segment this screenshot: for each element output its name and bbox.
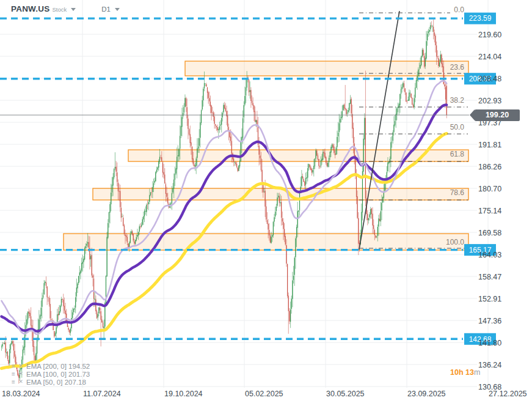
countdown-unit: m xyxy=(474,368,480,377)
price-tick-label: 147.36 xyxy=(478,317,501,325)
fib-level-label: 100.0 xyxy=(446,238,464,246)
indicator-settings-icon[interactable]: ≡ xyxy=(10,379,17,385)
fib-level-label: 0.0 xyxy=(454,6,464,14)
price-tick-label: 219.60 xyxy=(478,31,501,39)
ema-50-label: EMA [50, 0] 207.18 xyxy=(26,379,86,386)
ema-legend-row: ≡✕ EMA [50, 0] 207.18 xyxy=(10,378,90,386)
chart-header: PANW.US Stock D1 xyxy=(11,4,120,13)
chart-canvas[interactable]: 0.023.638.250.061.878.6100.0223.59208.37… xyxy=(0,0,532,403)
instrument-type-label: Stock xyxy=(52,6,67,13)
date-label: 30.05.2025 xyxy=(326,390,365,398)
ema-lines xyxy=(2,81,447,368)
price-tick-label: 214.04 xyxy=(478,53,501,61)
current-price-badge: 199.20 xyxy=(475,109,520,121)
fib-level-label: 23.6 xyxy=(450,63,465,72)
time-axis[interactable]: 18.03.202411.07.202419.10.202405.02.2025… xyxy=(2,390,527,398)
price-tick-label: 169.58 xyxy=(478,229,501,237)
chevron-down-icon[interactable] xyxy=(71,8,76,11)
price-level-badge-label: 223.59 xyxy=(469,14,492,23)
fib-level-label: 50.0 xyxy=(450,123,465,131)
indicator-settings-icon[interactable]: ≡ xyxy=(10,371,17,377)
price-tick-label: 141.80 xyxy=(478,339,501,347)
price-tick-label: 136.24 xyxy=(478,361,501,369)
countdown-value: 10h 13 xyxy=(450,368,474,377)
chevron-down-icon[interactable] xyxy=(115,8,120,11)
date-label: 19.10.2024 xyxy=(164,390,203,398)
fib-level-label: 38.2 xyxy=(450,96,465,105)
price-tick-label: 208.48 xyxy=(478,75,501,83)
current-price-value: 199.20 xyxy=(486,111,509,119)
indicator-remove-icon[interactable]: ✕ xyxy=(17,363,24,369)
price-tick-label: 175.14 xyxy=(478,207,501,215)
price-tick-label: 158.47 xyxy=(478,273,501,281)
indicator-remove-icon[interactable]: ✕ xyxy=(17,371,24,377)
price-tick-label: 191.81 xyxy=(478,141,501,149)
price-tick-label: 202.93 xyxy=(478,97,501,105)
indicator-remove-icon[interactable]: ✕ xyxy=(17,379,24,385)
price-tick-label: 164.03 xyxy=(478,251,501,259)
price-tick-label: 152.91 xyxy=(478,295,501,303)
ema-200-line xyxy=(2,133,447,368)
date-label: 05.02.2025 xyxy=(245,390,283,398)
fib-level-label: 78.6 xyxy=(450,188,465,197)
price-tick-label: 180.70 xyxy=(478,185,501,193)
ema-legend-row: ≡✕ EMA [200, 0] 194.52 xyxy=(10,362,90,370)
date-label: 27.12.2025 xyxy=(489,390,527,398)
indicator-settings-icon[interactable]: ≡ xyxy=(10,363,17,369)
trading-chart-window: 0.023.638.250.061.878.6100.0223.59208.37… xyxy=(0,0,532,403)
fibonacci-retracement[interactable]: 0.023.638.250.061.878.6100.0 xyxy=(359,6,468,248)
symbol-label[interactable]: PANW.US xyxy=(11,4,49,13)
indicator-legend: ≡✕ EMA [200, 0] 194.52 ≡✕ EMA [100, 0] 2… xyxy=(10,362,90,386)
date-label: 18.03.2024 xyxy=(2,390,40,398)
timeframe-selector[interactable]: D1 xyxy=(101,6,111,13)
ema-200-label: EMA [200, 0] 194.52 xyxy=(26,363,90,370)
ema-100-label: EMA [100, 0] 201.73 xyxy=(26,371,90,378)
date-label: 11.07.2024 xyxy=(83,390,121,398)
price-tick-label: 186.26 xyxy=(478,163,501,171)
fib-level-label: 61.8 xyxy=(450,150,465,158)
ema-legend-row: ≡✕ EMA [100, 0] 201.73 xyxy=(10,370,90,378)
candle-countdown-timer: 10h 13m xyxy=(450,368,480,377)
date-label: 23.09.2025 xyxy=(407,390,446,398)
